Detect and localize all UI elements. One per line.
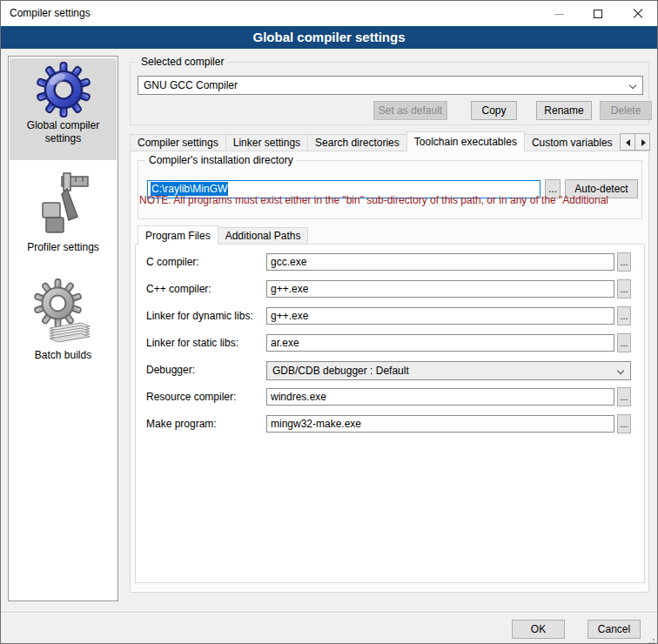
tab-custom-variables[interactable]: Custom variables	[524, 134, 621, 151]
subtab-additional-paths[interactable]: Additional Paths	[218, 227, 309, 245]
blue-gear-icon	[36, 62, 91, 117]
tab-toolchain-executables[interactable]: Toolchain executables	[406, 131, 525, 151]
window-title: Compiler settings	[10, 1, 91, 26]
tab-scroll-left-button[interactable]	[620, 133, 635, 151]
static-linker-browse-button[interactable]: ...	[617, 333, 631, 352]
toolchain-executables-page: Compiler's installation directory C:\ray…	[130, 151, 649, 593]
ok-button[interactable]: OK	[512, 620, 565, 639]
resize-grip[interactable]	[653, 639, 655, 641]
dynamic-linker-input[interactable]	[266, 307, 614, 325]
caliper-icon	[32, 171, 95, 239]
sidebar-item-profiler-settings[interactable]: Profiler settings	[10, 168, 117, 264]
sidebar: Global compiler settings Profiler settin…	[8, 56, 118, 601]
resource-compiler-browse-button[interactable]: ...	[617, 387, 631, 406]
programs-subtabstrip: Program FilesAdditional Paths	[138, 225, 307, 245]
dialog-header: Global compiler settings	[1, 26, 657, 49]
static-linker-input[interactable]	[266, 334, 614, 352]
sidebar-item-label: Batch builds	[10, 349, 117, 362]
subtab-program-files[interactable]: Program Files	[138, 225, 218, 245]
selected-compiler-group-label: Selected compiler	[138, 56, 227, 68]
main-panel: Selected compiler GNU GCC Compiler Set a…	[127, 56, 652, 601]
cpp-compiler-browse-button[interactable]: ...	[617, 279, 631, 299]
arrow-left-icon	[626, 139, 630, 146]
field-label: C++ compiler:	[146, 280, 212, 299]
footer-divider	[1, 612, 657, 614]
c-compiler-browse-button[interactable]: ...	[617, 252, 631, 272]
field-label: Linker for dynamic libs:	[146, 307, 253, 325]
cpp-compiler-input[interactable]	[266, 280, 614, 298]
field-label: C compiler:	[146, 253, 199, 272]
field-label: Resource compiler:	[146, 388, 236, 406]
installation-directory-label: Compiler's installation directory	[145, 154, 297, 166]
c-compiler-input[interactable]	[266, 253, 614, 271]
sidebar-item-batch-builds[interactable]: Batch builds	[10, 274, 117, 372]
field-label: Linker for static libs:	[146, 334, 238, 352]
compiler-select-value: GNU GCC Compiler	[144, 79, 238, 91]
debugger-select-value: GDB/CDB debugger : Default	[272, 365, 409, 377]
minimize-button[interactable]	[540, 1, 579, 26]
maximize-button[interactable]	[579, 1, 618, 26]
compiler-select[interactable]: GNU GCC Compiler	[138, 76, 643, 95]
sidebar-item-label: Global compiler settings	[10, 119, 117, 145]
bin-subdirectory-note: NOTE: All programs must exist either in …	[139, 194, 628, 206]
minimize-icon	[554, 14, 564, 15]
cancel-button[interactable]: Cancel	[588, 620, 641, 639]
set-as-default-button[interactable]: Set as default	[373, 101, 447, 120]
tab-search-directories[interactable]: Search directories	[307, 134, 407, 151]
tab-scroll-arrows	[621, 133, 650, 154]
tab-scroll-right-button[interactable]	[634, 133, 650, 151]
resource-compiler-input[interactable]	[266, 388, 614, 406]
compiler-settings-window: Compiler settings Global compiler settin…	[0, 0, 658, 644]
close-button[interactable]	[618, 1, 657, 26]
chevron-down-icon	[629, 82, 636, 89]
rename-button[interactable]: Rename	[536, 101, 592, 120]
tab-linker-settings[interactable]: Linker settings	[225, 134, 308, 151]
titlebar: Compiler settings	[1, 1, 657, 26]
make-program-input[interactable]	[266, 415, 614, 433]
debugger-select[interactable]: GDB/CDB debugger : Default	[266, 361, 631, 380]
field-label: Debugger:	[146, 361, 195, 379]
copy-button[interactable]: Copy	[471, 101, 517, 120]
field-label: Make program:	[146, 415, 217, 433]
gray-gear-stack-icon	[30, 278, 97, 347]
chevron-down-icon	[617, 367, 624, 374]
delete-button[interactable]: Delete	[600, 101, 652, 120]
make-program-browse-button[interactable]: ...	[617, 414, 631, 433]
settings-tabstrip: Compiler settingsLinker settingsSearch d…	[130, 131, 621, 151]
sidebar-item-global-compiler-settings[interactable]: Global compiler settings	[10, 58, 117, 160]
sidebar-item-label: Profiler settings	[10, 241, 117, 254]
dynamic-linker-browse-button[interactable]: ...	[617, 306, 631, 325]
program-files-page: C compiler: ... C++ compiler: ... Linker…	[135, 244, 645, 583]
arrow-right-icon	[641, 139, 646, 146]
tab-compiler-settings[interactable]: Compiler settings	[130, 134, 226, 151]
maximize-icon	[594, 10, 602, 18]
installation-directory-group: Compiler's installation directory C:\ray…	[138, 160, 642, 219]
